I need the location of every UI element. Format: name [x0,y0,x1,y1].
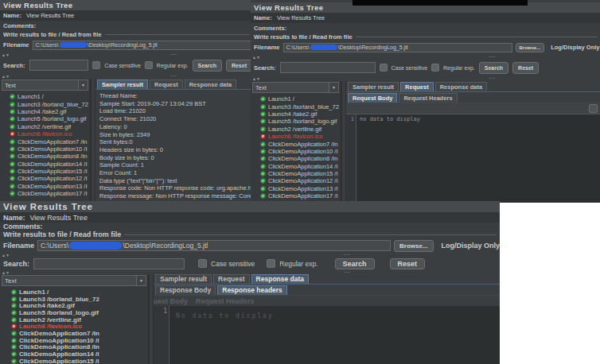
response-subtab[interactable]: Response headers [217,285,287,295]
collapse-arrows-icon[interactable]: ▲▼ [252,55,260,60]
collapse-splitter[interactable]: ▲▼ ⋯ [0,52,252,57]
regex-checkbox[interactable] [431,64,439,72]
sample-status-icon [10,168,15,174]
tree-item[interactable]: ClickDemoApplication7 /In [0,137,90,145]
request-subtab[interactable]: Request Headers [399,93,457,103]
tree-item[interactable]: Launch3 /borland_blue_72 [0,296,148,303]
request-subtab[interactable]: Request Body [348,93,397,103]
chevron-down-icon[interactable]: ▼ [78,80,88,90]
tree-item[interactable]: Launch5 /borland_logo.gif [0,115,90,122]
tree-item[interactable]: ClickDemoApplication13 /I [251,185,341,192]
tree-item[interactable]: Launch2 /vertline.gif [0,123,90,130]
tree-item[interactable]: Launch6 /favicon.ico [0,323,148,330]
request-body-editor[interactable]: 1 no data to display [346,114,600,203]
tree-item[interactable]: ClickDemoApplication12 /I [0,175,90,182]
tree-item[interactable]: Launch5 /borland_logo.gif [251,118,341,125]
chevron-down-icon[interactable]: ▼ [136,276,146,285]
tree-item[interactable]: ClickDemoApplication15 /I [251,170,341,177]
tree-item[interactable]: Launch2 /vertline.gif [251,126,341,133]
tree-item[interactable]: ClickDemoApplication17 /I [0,190,90,197]
case-sensitive-checkbox[interactable] [92,61,100,69]
tree-view-selector[interactable]: Text ▼ [2,79,88,91]
collapse-splitter[interactable]: ▲▼ ⋯ [251,76,600,81]
result-tab[interactable]: Response data [435,82,487,91]
tree-item[interactable]: Launch6 /favicon.ico [0,130,90,137]
browse-button[interactable]: Browse... [394,240,434,252]
reset-button[interactable]: Reset [226,60,252,72]
browse-button[interactable]: Browse... [516,43,545,52]
reset-button[interactable]: Reset [390,258,426,269]
collapse-arrows-icon[interactable]: ▲▼ [252,76,260,81]
result-tab[interactable]: Request [213,274,250,284]
tree-item[interactable]: Launch4 /take2.gif [0,302,148,309]
tree-item[interactable]: ClickDemoApplication8 /In [251,155,341,162]
result-tab[interactable]: Response data [251,274,309,284]
tree-view-selector[interactable]: Text ▼ [2,275,146,286]
tree-item[interactable]: ClickDemoApplication14 /I [0,161,90,168]
tree-item[interactable]: Launch5 /borland_logo.gif [0,309,148,316]
result-tab[interactable]: Response data [185,79,236,89]
response-headers-editor[interactable]: 1 No data to display [154,306,500,364]
tree-item[interactable]: Launch1 / [0,93,90,100]
search-input[interactable] [29,60,89,71]
tree-item[interactable]: ClickDemoApplication7 /In [251,140,341,147]
tree-item[interactable]: ClickDemoApplication12 /I [251,177,341,184]
tree-item-label: Launch1 / [19,288,49,296]
filename-input[interactable]: C:\Users\ \Desktop\RecordingLog_5.jtl [283,43,512,52]
search-button[interactable]: Search [479,62,508,74]
name-field[interactable]: View Results Tree [30,214,88,222]
tree-item[interactable]: Launch4 /take2.gif [251,110,341,118]
result-tab[interactable]: Sampler result [155,274,212,284]
collapse-arrows-icon[interactable]: ▲▼ [2,74,10,79]
tree-item[interactable]: Launch6 /favicon.ico [251,133,341,140]
sampler-result-line: Sent bytes:0 [99,138,252,146]
response-subtab[interactable]: Response Body [155,285,216,295]
sample-status-icon [10,191,15,196]
collapse-splitter[interactable]: ▲▼ ⋯ [0,73,252,79]
regex-checkbox[interactable] [267,259,275,268]
tree-item[interactable]: Launch1 / [251,95,341,103]
tree-item[interactable]: ClickDemoApplication15 /I [0,168,90,175]
result-tab[interactable]: Sampler result [348,82,399,91]
regex-checkbox[interactable] [145,61,153,69]
search-button[interactable]: Search [193,60,222,72]
result-tabs: Sampler resultRequestResponse data [154,274,500,285]
tree-item[interactable]: ClickDemoApplication17 /I [251,192,341,199]
result-tab[interactable]: Request [150,79,183,89]
filename-input[interactable]: C:\Users\ \Desktop\RecordingLog_5.jtl [37,240,391,251]
search-input[interactable] [280,62,376,73]
tree-item[interactable]: ClickDemoApplication10 /I [0,145,90,153]
tree-item[interactable]: ClickDemoApplication14 /I [251,163,341,170]
result-tab[interactable]: Request [400,82,434,91]
editor-options-button[interactable] [589,104,598,113]
name-field[interactable]: View Results Tree [26,12,74,19]
tree-item[interactable]: Launch1 / [0,288,148,296]
chevron-down-icon[interactable]: ▼ [329,83,338,92]
search-button[interactable]: Search [335,258,375,269]
tree-item[interactable]: ClickDemoApplication8 /In [0,344,148,351]
tree-item-label: Launch2 /vertline.gif [268,126,321,133]
regex-label: Regular exp. [279,260,318,268]
tree-item[interactable]: ClickDemoApplication10 /I [251,148,341,155]
tree-item[interactable]: ClickDemoApplication10 /I [0,337,148,344]
tree-item[interactable]: Launch2 /vertline.gif [0,316,148,323]
filename-input[interactable]: C:\Users\ \Desktop\RecordingLog_5.jtl [33,41,252,50]
tree-item[interactable]: ClickDemoApplication8 /In [0,153,90,160]
tree-item[interactable]: ClickDemoApplication7 /In [0,330,148,337]
tree-item[interactable]: ClickDemoApplication14 /I [0,350,148,358]
tree-item[interactable]: ClickDemoApplication15 /I [0,358,148,364]
sampler-result-line: Sample Count: 1 [99,161,252,169]
collapse-splitter[interactable]: ▲▼ ⋯ [251,54,600,60]
tree-view-selector[interactable]: Text ▼ [252,82,339,93]
tree-item[interactable]: Launch3 /borland_blue_72 [0,100,90,107]
case-sensitive-checkbox[interactable] [198,259,207,268]
tree-item[interactable]: Launch4 /take2.gif [0,108,90,115]
case-sensitive-checkbox[interactable] [380,64,388,72]
collapse-arrows-icon[interactable]: ▲▼ [2,52,10,57]
tree-item[interactable]: ClickDemoApplication13 /I [0,183,90,190]
name-field[interactable]: View Results Tree [277,14,325,21]
tree-item[interactable]: Launch3 /borland_blue_72 [251,103,341,110]
result-tab[interactable]: Sampler result [97,79,148,89]
search-input[interactable] [33,258,185,269]
reset-button[interactable]: Reset [512,62,539,74]
